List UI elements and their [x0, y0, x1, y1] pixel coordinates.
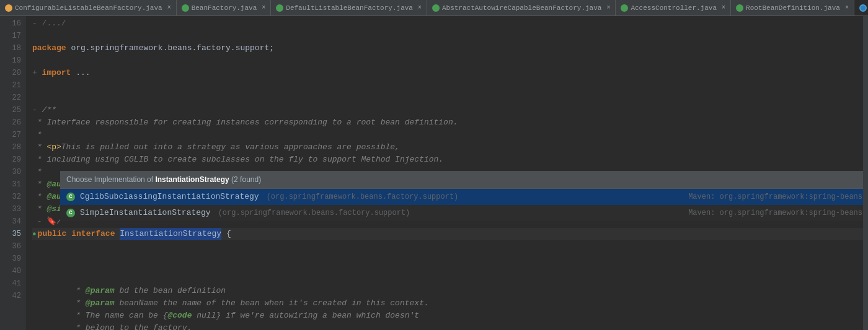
comment-40a: *	[32, 297, 86, 310]
tab-accessController[interactable]: AccessController.java ×	[616, 0, 731, 15]
import-ellipsis: ...	[71, 67, 90, 79]
popup-count: (2 found)	[229, 175, 261, 184]
linenum-19: 19	[0, 54, 21, 67]
linenum-41: 41	[0, 277, 21, 290]
simple-class-name: SimpleInstantiationStrategy	[80, 207, 211, 219]
comment-40c: the name of the bean when it's created i…	[158, 297, 429, 310]
tab-beanFactory[interactable]: BeanFactory.java ×	[177, 0, 272, 15]
interface-name-selected: InstantiationStrategy	[120, 228, 221, 240]
cglib-class-name: CglibSubclassingInstantiationStrategy	[80, 191, 259, 203]
fold-marker-20[interactable]: +	[32, 67, 42, 79]
code-editor[interactable]: - /.../ package org.springframework.bean…	[26, 16, 863, 330]
linenum-40: 40	[0, 265, 21, 277]
fold-marker-34[interactable]: -	[32, 215, 46, 228]
code-line-17	[32, 30, 863, 42]
comment-32a: *	[32, 191, 46, 203]
popup-header-text: Choose Implementation of	[66, 175, 155, 184]
comment-41b: null} if we're autowiring a bean which d…	[192, 310, 419, 322]
popup-item-cglib[interactable]: C CglibSubclassingInstantiationStrategy …	[60, 189, 863, 205]
code-line-18: package org.springframework.beans.factor…	[32, 42, 863, 54]
code-line-26: * Interface responsible for creating ins…	[32, 116, 863, 129]
code-line-35: ●public interface InstantiationStrategy …	[32, 228, 863, 240]
tab-abstractAutowire[interactable]: AbstractAutowireCapableBeanFactory.java …	[427, 0, 616, 15]
popup-item-simple[interactable]: C SimpleInstantiationStrategy (org.sprin…	[60, 205, 863, 221]
tab-label-configurableListable: ConfigurableListableBeanFactory.java	[15, 4, 162, 12]
tab-label-abstractAutowire: AbstractAutowireCapableBeanFactory.java	[442, 4, 601, 12]
linenum-27: 27	[0, 129, 21, 141]
tab-icon-beanFactory	[182, 4, 189, 12]
tab-close-defaultListable[interactable]: ×	[418, 4, 422, 11]
linenum-39: 39	[0, 253, 21, 265]
tab-close-abstractAutowire[interactable]: ×	[606, 4, 610, 11]
fold-marker-16[interactable]: -	[32, 17, 42, 30]
tab-close-rootBeanDef[interactable]: ×	[845, 4, 849, 11]
cglib-maven: Maven: org.springframework:spring-beans:…	[688, 191, 863, 203]
code-line-21	[32, 79, 863, 92]
space-1	[66, 228, 71, 240]
linenum-20: 20	[0, 67, 21, 79]
keyword-interface: interface	[71, 228, 115, 240]
tab-icon-rootBeanDef	[736, 4, 743, 12]
linenum-36: 36	[0, 240, 21, 253]
keyword-package: package	[32, 42, 66, 54]
comment-26: * Interface responsible for creating ins…	[32, 116, 458, 129]
linenum-33: 33	[0, 203, 21, 215]
tab-bar: ConfigurableListableBeanFactory.java × B…	[0, 0, 868, 16]
tab-label-beanFactory: BeanFactory.java	[192, 4, 257, 12]
linenum-25: 25	[0, 104, 21, 116]
popup-header: Choose Implementation of InstantiationSt…	[60, 171, 863, 189]
param-tag-beanName: @param	[86, 297, 115, 310]
line-numbers: 16 17 18 19 20 21 22 25 26 27 28 29 30 3…	[0, 16, 26, 330]
comment-41a: * The name can be {	[32, 310, 167, 322]
code-line-22	[32, 92, 863, 104]
simple-maven: Maven: org.springframework:spring-beans:…	[688, 207, 863, 219]
tab-label-accessController: AccessController.java	[631, 4, 717, 12]
fold-marker-25[interactable]: -	[32, 104, 42, 116]
code-line-27: *	[32, 129, 863, 141]
linenum-35: 35	[0, 228, 21, 240]
tab-defaultListable[interactable]: DefaultListableBeanFactory.java ×	[271, 0, 427, 15]
simple-icon: C	[66, 209, 75, 217]
comment-start: /**	[42, 104, 56, 116]
package-name: org.springframework.beans.factory.suppor…	[66, 42, 274, 54]
run-marker: ●	[32, 228, 37, 240]
space-2	[115, 228, 120, 240]
vertical-scrollbar[interactable]	[863, 16, 868, 330]
code-line-40: * @param beanName the name of the bean w…	[32, 297, 863, 310]
code-line-36	[32, 240, 863, 253]
ellipsis-16: /.../	[42, 17, 66, 30]
tab-instantiationStrategy[interactable]: InstantiationStrategy.java ×	[854, 0, 868, 15]
code-tag: @code	[167, 310, 192, 322]
bookmark-icon: 🔖	[46, 215, 56, 228]
linenum-16: 16	[0, 17, 21, 30]
tab-close-accessController[interactable]: ×	[722, 4, 725, 11]
tab-configurableListable[interactable]: ConfigurableListableBeanFactory.java ×	[0, 0, 177, 15]
comment-28b: This is pulled out into a strategy as va…	[61, 141, 400, 154]
comment-28a: *	[32, 141, 46, 154]
code-line-25: - /**	[32, 104, 863, 116]
tab-close-beanFactory[interactable]: ×	[262, 4, 265, 11]
keyword-public: public	[38, 228, 67, 240]
tab-icon-abstractAutowire	[432, 4, 440, 12]
comment-40b: beanName	[115, 297, 158, 310]
linenum-30: 30	[0, 166, 21, 178]
code-line-16: - /.../	[32, 17, 863, 30]
comment-30: *	[32, 166, 42, 178]
comment-27: *	[32, 129, 42, 141]
html-tag-p: <p>	[46, 141, 61, 154]
comment-29: * including using CGLIB to create subcla…	[32, 154, 443, 166]
simple-package: (org.springframework.beans.factory.suppo…	[218, 207, 410, 219]
keyword-import: import	[42, 67, 71, 79]
comment-31a: *	[32, 178, 46, 191]
linenum-17: 17	[0, 30, 21, 42]
code-line-29: * including using CGLIB to create subcla…	[32, 154, 863, 166]
comment-39a: *	[32, 285, 86, 297]
tab-close-configurableListable[interactable]: ×	[167, 4, 171, 11]
linenum-32: 32	[0, 191, 21, 203]
popup-interface-name: InstantiationStrategy	[155, 175, 229, 184]
code-line-42: * belong to the factory.	[32, 322, 863, 330]
cglib-package: (org.springframework.beans.factory.suppo…	[267, 191, 459, 203]
tab-rootBeanDef[interactable]: RootBeanDefinition.java ×	[731, 0, 854, 15]
tab-label-rootBeanDef: RootBeanDefinition.java	[746, 4, 840, 12]
linenum-21: 21	[0, 79, 21, 92]
